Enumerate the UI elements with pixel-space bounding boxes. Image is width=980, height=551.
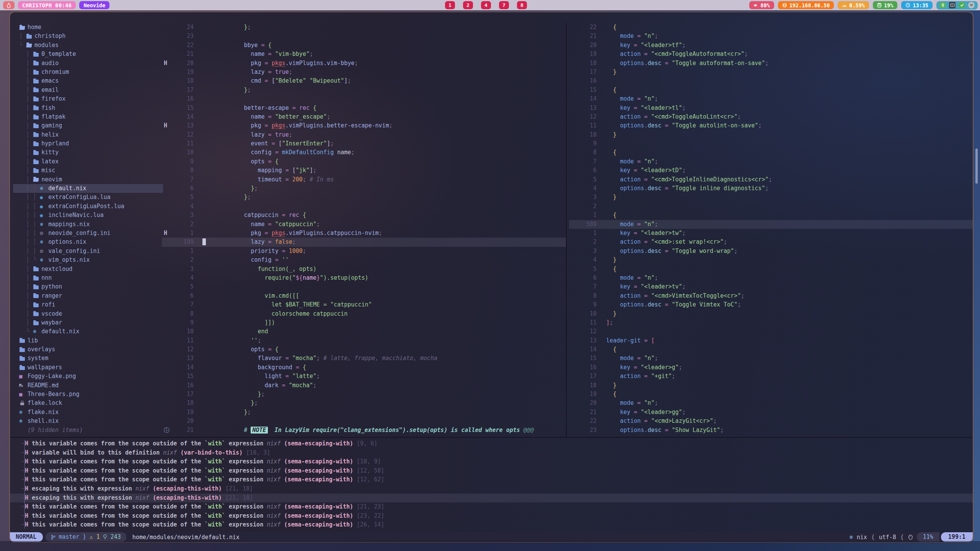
code-line[interactable]: 9 ]]) [162, 318, 566, 327]
code-line[interactable]: 8 { [569, 148, 973, 157]
active-app-pill[interactable]: Neovide [79, 1, 109, 9]
code-line[interactable]: 6 }; [162, 184, 566, 193]
code-line[interactable]: 5 action = "<cmd>ToggleInlineDiagnostics… [569, 175, 973, 184]
code-line[interactable]: 5 [162, 282, 566, 291]
code-line[interactable]: 17 } [569, 68, 973, 77]
code-line[interactable]: 20 mode = "n"; [569, 399, 973, 408]
code-line[interactable]: 10 } [569, 310, 973, 318]
code-line[interactable]: 4 options.desc = "Toggle inline diagnost… [569, 184, 973, 193]
tree-item[interactable]: │ helix [13, 130, 163, 139]
diagnostic-row[interactable]: ─H this variable comes from the scope ou… [10, 475, 973, 484]
code-line[interactable]: 21 mode = "n"; [569, 32, 973, 41]
tree-item[interactable]: │ vscode [13, 310, 163, 318]
code-line[interactable]: 14 name = "better_escape"; [162, 112, 566, 121]
code-line[interactable]: H1 pkg = pkgs.vimPlugins.catppuccin-nvim… [162, 229, 566, 238]
keepass-tray-icon[interactable] [939, 2, 946, 8]
code-line[interactable]: 2 action = "<cmd>:set wrap!<cr>"; [569, 238, 973, 246]
code-line[interactable]: 18 options.desc = "Toggle autoformat-on-… [569, 59, 973, 68]
workspace-button-4[interactable]: 4 [481, 1, 491, 9]
code-line[interactable]: 5 }; [162, 193, 566, 202]
tree-item[interactable]: ❄shell.nix [13, 417, 163, 425]
tree-item[interactable]: │ emacs [13, 77, 163, 85]
code-line[interactable]: 21 name = "vim-bbye"; [162, 50, 566, 59]
tree-item[interactable]: │ kitty [13, 148, 163, 157]
code-line[interactable]: 7 timeout = 200; # In ms [162, 175, 566, 184]
tree-item[interactable]: │ nextcloud [13, 265, 163, 274]
code-line[interactable]: 6 vim.cmd([[ [162, 292, 566, 300]
tree-item[interactable]: │ gaming [13, 121, 163, 130]
code-line[interactable]: 4 } [569, 256, 973, 264]
code-line[interactable]: 11]; [569, 318, 973, 327]
launcher-button[interactable] [3, 1, 15, 9]
scrollbar-thumb[interactable] [975, 148, 978, 184]
code-line[interactable]: 3 options.desc = "Toggle word-wrap"; [569, 247, 973, 256]
code-line[interactable]: 10 } [569, 130, 973, 139]
tree-item[interactable]: overlays [13, 345, 163, 354]
tree-item[interactable]: │ audio [13, 59, 163, 68]
code-line[interactable]: 23 options.desc = "Show LazyGit"; [569, 426, 973, 435]
code-line[interactable]: 9 [569, 139, 973, 148]
code-line[interactable]: 11 event = ["InsertEnter"]; [162, 139, 566, 148]
tree-item[interactable]: │ │ ●extraConfigLua.lua [13, 193, 163, 202]
code-line[interactable]: 10 end [162, 327, 566, 336]
code-line[interactable]: 19 { [569, 390, 973, 399]
code-line[interactable]: 20 key = "<leader>tf"; [569, 41, 973, 50]
workspace-button-8[interactable]: 8 [517, 1, 527, 9]
code-line[interactable]: 5 { [569, 265, 973, 274]
tree-item[interactable]: │ │ ●inclineNavic.lua [13, 211, 163, 220]
tree-item[interactable]: home [13, 23, 163, 32]
tree-item[interactable]: │ chromium [13, 68, 163, 77]
tree-item-selected[interactable]: │ │ ❄default.nix [13, 184, 163, 193]
tree-item[interactable]: └ modules [13, 41, 163, 50]
code-line[interactable]: 22 bbye = { [162, 41, 566, 50]
code-line[interactable]: 3 catppuccin = rec { [162, 211, 566, 220]
code-line[interactable]: 7 mode = "n"; [569, 157, 973, 166]
tree-item[interactable]: │ fish [13, 104, 163, 112]
tree-item[interactable]: │ python [13, 282, 163, 291]
panel-splitter[interactable] [10, 437, 973, 438]
code-line[interactable]: 2 name = "catppuccin"; [162, 220, 566, 229]
diagnostic-row[interactable]: ─H this variable comes from the scope ou… [10, 502, 973, 512]
code-line[interactable]: 6 key = "<leader>tD"; [569, 166, 973, 175]
code-line[interactable]: 4 require("${name}").setup(opts) [162, 274, 566, 282]
code-line-current[interactable]: 199 lazy = false; [162, 238, 566, 246]
tree-item[interactable]: │ │ ⚙vale_config.ini [13, 247, 163, 256]
code-line[interactable]: 18 } [569, 381, 973, 390]
code-line[interactable]: 12 action = "<cmd>ToggleAutoLint<cr>"; [569, 112, 973, 121]
code-line[interactable]: 11 ''; [162, 336, 566, 345]
tree-item[interactable]: ❄flake.nix [13, 408, 163, 417]
code-line[interactable]: 17 }; [162, 86, 566, 95]
tree-item[interactable]: └ ❄default.nix [13, 327, 163, 336]
code-line[interactable]: 2 config = '' [162, 256, 566, 264]
code-line[interactable]: 3 function(_, opts) [162, 265, 566, 274]
code-line[interactable]: 8 mapping = ["jk"]; [162, 166, 566, 175]
code-line[interactable]: 15 { [569, 86, 973, 95]
code-line[interactable]: 14 mode = "n"; [569, 95, 973, 103]
code-line[interactable]: ⓘ21 # NOTE In LazyVim require("clang_ext… [162, 426, 566, 435]
code-line[interactable]: 7 let $BAT_THEME = "catppuccin" [162, 300, 566, 309]
workspace-button-1[interactable]: 1 [445, 1, 455, 9]
memory-pill[interactable]: 19% [873, 1, 897, 9]
check-tray-icon[interactable] [959, 2, 965, 8]
tree-item[interactable]: │ rofi [13, 300, 163, 309]
code-line[interactable]: 9 options.desc = "Toggle Vimtex ToC"; [569, 300, 973, 309]
code-line[interactable]: H20 pkg = pkgs.vimPlugins.vim-bbye; [162, 59, 566, 68]
tree-item[interactable]: │ │ ⚙neovide_config.ini [13, 229, 163, 238]
code-line[interactable]: 18 }; [162, 399, 566, 408]
code-line[interactable]: 16 key = "<leader>g"; [569, 363, 973, 372]
code-line[interactable]: 16 [162, 95, 566, 103]
tree-item[interactable]: wallpapers [13, 363, 163, 372]
code-line[interactable]: 1 { [569, 211, 973, 220]
tree-item[interactable]: │ └ ❄vim_opts.nix [13, 256, 163, 264]
clock-pill[interactable]: 13:35 [901, 1, 933, 9]
code-line[interactable]: 22 action = "<cmd>LazyGit<cr>"; [569, 417, 973, 425]
diagnostic-row[interactable]: ─H this variable comes from the scope ou… [10, 520, 973, 530]
diagnostic-row[interactable]: ─H variable will bind to this definition… [10, 448, 973, 458]
code-line[interactable]: 15 light = "latte"; [162, 372, 566, 381]
code-line[interactable]: 11 options.desc = "Toggle autolint-on-sa… [569, 121, 973, 130]
code-line[interactable]: 6 mode = "n"; [569, 274, 973, 282]
workspace-button-2[interactable]: 2 [463, 1, 473, 9]
tree-item[interactable]: system [13, 354, 163, 363]
code-line[interactable]: 12 opts = { [162, 345, 566, 354]
code-line[interactable]: 19 lazy = true; [162, 68, 566, 77]
